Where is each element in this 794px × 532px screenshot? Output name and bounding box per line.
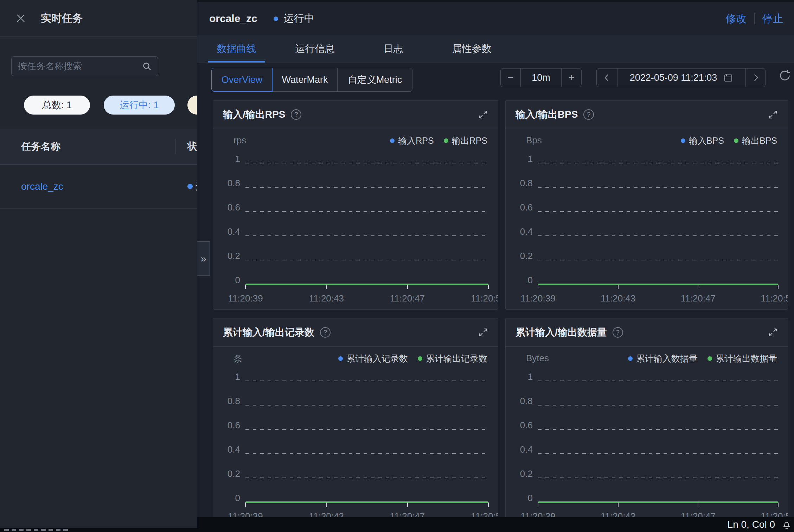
- cursor-position: Ln 0, Col 0: [728, 519, 775, 530]
- chart-card: 输入/输出RPS ? rps 输入RPS输出RPS 10.80.60.40.20…: [213, 100, 498, 310]
- gridline: [538, 381, 778, 381]
- tab-data-curves[interactable]: 数据曲线: [197, 35, 276, 63]
- table-row[interactable]: orcale_zc 运行中: [0, 164, 197, 209]
- actions-divider: [754, 13, 755, 24]
- status-dot: [187, 184, 193, 189]
- y-tick-label: 0.4: [213, 226, 240, 237]
- task-name-link[interactable]: orcale_zc: [21, 164, 63, 208]
- bell-icon[interactable]: [781, 519, 792, 530]
- modify-button[interactable]: 修改: [725, 12, 747, 26]
- y-tick-label: 0.4: [506, 226, 533, 237]
- filter-running-badge[interactable]: 运行中: 1: [104, 96, 175, 115]
- chevron-double-right-icon: »: [200, 253, 206, 265]
- task-title: orcale_zc: [209, 13, 257, 25]
- x-tick-label: 11:20:47: [390, 293, 425, 304]
- y-tick-label: 0.8: [213, 178, 240, 188]
- tab-run-info[interactable]: 运行信息: [276, 35, 354, 63]
- axis-tick: [326, 285, 327, 289]
- sidebar-collapse-handle[interactable]: »: [197, 241, 210, 276]
- running-dot-icon: [274, 17, 278, 21]
- y-tick-label: 0.2: [213, 468, 240, 479]
- help-icon[interactable]: ?: [320, 327, 331, 338]
- y-tick-label: 0.8: [506, 396, 533, 406]
- chart-card: 输入/输出BPS ? Bps 输入BPS输出BPS 10.80.60.40.20…: [505, 100, 788, 310]
- series-zero-line: [538, 284, 778, 285]
- x-axis-labels: 11:20:3911:20:4311:20:4711:20:51: [538, 293, 778, 304]
- datetime-field[interactable]: 2022-05-09 11:21:03: [617, 69, 745, 87]
- axis-tick: [407, 285, 408, 289]
- series-zero-line: [245, 501, 488, 503]
- filter-clipped-badge[interactable]: [187, 96, 197, 115]
- help-icon[interactable]: ?: [291, 109, 301, 120]
- expand-icon[interactable]: [768, 110, 778, 119]
- datetime-next-button[interactable]: [745, 69, 765, 87]
- y-tick-label: 1: [506, 154, 533, 164]
- series-zero-line: [538, 501, 778, 503]
- status-label: 运行中: [284, 12, 314, 26]
- filter-total-badge[interactable]: 总数: 1: [24, 96, 90, 115]
- axis-tick: [245, 502, 246, 507]
- gridline: [538, 453, 778, 454]
- interval-decrease-button[interactable]: −: [501, 69, 520, 87]
- axis-tick: [538, 502, 538, 507]
- calendar-icon[interactable]: [723, 73, 733, 83]
- y-tick-label: 0: [506, 275, 533, 285]
- help-icon[interactable]: ?: [613, 327, 623, 338]
- axis-tick: [618, 502, 619, 507]
- help-icon[interactable]: ?: [583, 109, 594, 120]
- chart-card-header: 输入/输出RPS ?: [213, 100, 498, 129]
- sidebar-header: 实时任务: [0, 0, 197, 37]
- view-switch: OverView WaterMark 自定义Metric: [211, 68, 412, 92]
- y-tick-label: 0.4: [506, 444, 533, 455]
- axis-tick: [407, 502, 408, 507]
- chart-plot: 10.80.60.40.2011:20:3911:20:4311:20:4711…: [506, 129, 788, 309]
- expand-icon[interactable]: [478, 327, 488, 337]
- chart-plot: 10.80.60.40.2011:20:3911:20:4311:20:4711…: [506, 346, 788, 527]
- stop-button[interactable]: 停止: [762, 12, 783, 26]
- status-badge: 运行中: [274, 12, 314, 26]
- y-tick-label: 0.2: [213, 251, 240, 261]
- view-custom-metric-button[interactable]: 自定义Metric: [337, 68, 412, 92]
- column-divider: [175, 139, 175, 154]
- tab-properties[interactable]: 属性参数: [433, 35, 511, 63]
- datetime-prev-button[interactable]: [597, 69, 617, 87]
- column-status: 状态: [187, 129, 197, 164]
- gridline: [538, 211, 778, 212]
- app-window: 实时任务 总数: 1 运行中: 1 任务名称 状态 orcale_zc 运行中 …: [0, 0, 794, 532]
- view-overview-button[interactable]: OverView: [211, 68, 273, 92]
- y-tick-label: 0.4: [213, 444, 240, 455]
- axis-tick: [488, 502, 489, 507]
- expand-icon[interactable]: [768, 327, 778, 337]
- y-tick-label: 0: [213, 275, 240, 285]
- expand-icon[interactable]: [478, 110, 488, 119]
- gridline: [538, 478, 778, 478]
- task-detail-panel: orcale_zc 运行中 修改 停止 数据曲线 运行信息 日志 属性参数 Ov…: [197, 0, 794, 532]
- search-icon[interactable]: [142, 61, 152, 72]
- refresh-icon[interactable]: [778, 69, 792, 82]
- axis-tick: [698, 502, 698, 507]
- view-watermark-button[interactable]: WaterMark: [272, 68, 338, 92]
- x-tick-label: 11:20:39: [520, 293, 555, 304]
- close-icon[interactable]: [15, 13, 26, 24]
- gridline: [245, 211, 488, 212]
- chart-title: 累计输入/输出记录数: [223, 326, 314, 339]
- axis-tick: [698, 285, 698, 289]
- charts-grid: 输入/输出RPS ? rps 输入RPS输出RPS 10.80.60.40.20…: [213, 100, 788, 527]
- x-tick-label: 11:20:43: [601, 293, 635, 304]
- interval-increase-button[interactable]: +: [562, 69, 581, 87]
- axis-tick: [778, 502, 779, 507]
- chart-title: 累计输入/输出数据量: [516, 326, 607, 339]
- gridline: [245, 405, 488, 406]
- gridline: [538, 163, 778, 163]
- datetime-value: 2022-05-09 11:21:03: [630, 72, 717, 83]
- chart-plot: 10.80.60.40.2011:20:3911:20:4311:20:4711…: [213, 129, 498, 309]
- tab-logs[interactable]: 日志: [354, 35, 433, 63]
- editor-statusbar: Ln 0, Col 0: [197, 517, 794, 532]
- bottom-clipped-strip: [0, 528, 197, 532]
- chart-card-header: 累计输入/输出记录数 ?: [213, 318, 498, 347]
- axis-tick: [538, 285, 538, 289]
- search-input[interactable]: [17, 60, 142, 72]
- y-tick-label: 0.6: [213, 420, 240, 430]
- gridline: [245, 187, 488, 188]
- detail-tabbar: 数据曲线 运行信息 日志 属性参数: [197, 35, 794, 63]
